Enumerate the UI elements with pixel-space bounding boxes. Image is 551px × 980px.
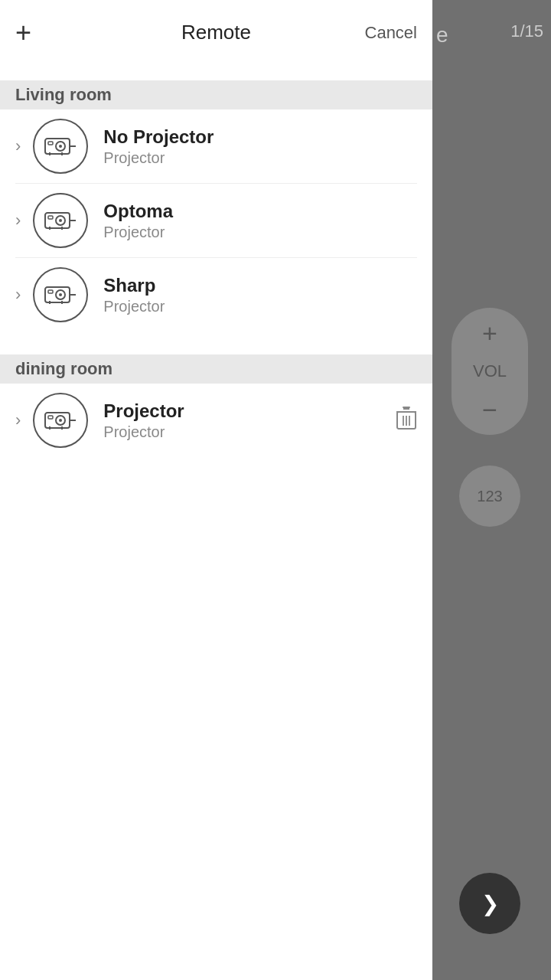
device-name: Sharp: [103, 275, 417, 296]
device-info: Projector Projector: [103, 400, 396, 441]
cancel-button[interactable]: Cancel: [365, 23, 417, 43]
svg-point-2: [59, 145, 62, 148]
chevron-icon: ›: [15, 211, 21, 230]
volume-down-button[interactable]: −: [482, 397, 497, 423]
svg-rect-10: [48, 216, 53, 219]
header: + Remote Cancel: [0, 0, 432, 57]
device-type: Projector: [103, 149, 417, 167]
device-icon-circle: [33, 193, 88, 248]
svg-rect-17: [48, 290, 53, 293]
svg-point-9: [59, 219, 62, 222]
device-icon-circle: [33, 119, 88, 174]
device-item-dining-projector[interactable]: › Projector Projector: [0, 384, 432, 457]
projector-icon: [44, 410, 77, 431]
chevron-icon: ›: [15, 136, 21, 156]
device-item-sharp[interactable]: › Sharp Projector: [0, 258, 432, 332]
device-type: Projector: [103, 298, 417, 315]
page-indicator: 1/15: [510, 21, 543, 41]
add-button[interactable]: +: [15, 19, 31, 47]
svg-point-23: [59, 419, 62, 422]
svg-rect-0: [45, 139, 70, 154]
device-name: Optoma: [103, 201, 417, 222]
chevron-icon: ›: [15, 410, 21, 430]
projector-icon: [44, 136, 77, 157]
device-type: Projector: [103, 224, 417, 241]
main-panel: + Remote Cancel Living room › No Project…: [0, 0, 432, 980]
svg-rect-24: [48, 416, 53, 419]
projector-icon: [44, 210, 77, 231]
device-name: Projector: [103, 400, 396, 422]
delete-button[interactable]: [396, 406, 417, 436]
device-info: Sharp Projector: [103, 275, 417, 315]
device-type: Projector: [103, 423, 396, 441]
device-icon-circle: [33, 267, 88, 322]
device-name: No Projector: [103, 126, 417, 148]
section-living-room: Living room: [0, 80, 432, 109]
svg-rect-7: [45, 213, 70, 228]
volume-up-button[interactable]: +: [482, 320, 497, 346]
device-item-no-projector[interactable]: › No Projector Projector: [0, 109, 432, 183]
device-item-optoma[interactable]: › Optoma Projector: [0, 184, 432, 257]
device-info: Optoma Projector: [103, 201, 417, 241]
volume-label: VOL: [473, 361, 507, 381]
chevron-icon: ›: [15, 285, 21, 305]
header-title: Remote: [181, 21, 251, 44]
next-arrow-icon: ❯: [481, 891, 499, 916]
device-icon-circle: [33, 393, 88, 448]
volume-control: + VOL −: [452, 308, 528, 435]
numeric-button[interactable]: 123: [459, 466, 520, 527]
svg-point-16: [59, 293, 62, 296]
projector-icon: [44, 284, 77, 305]
right-panel: e 1/15 + VOL − 123 ❯: [429, 0, 551, 980]
next-button[interactable]: ❯: [459, 873, 520, 934]
svg-rect-3: [48, 142, 53, 145]
svg-rect-14: [45, 287, 70, 302]
device-info: No Projector Projector: [103, 126, 417, 167]
svg-rect-21: [45, 413, 70, 428]
section-dining-room: dining room: [0, 354, 432, 384]
